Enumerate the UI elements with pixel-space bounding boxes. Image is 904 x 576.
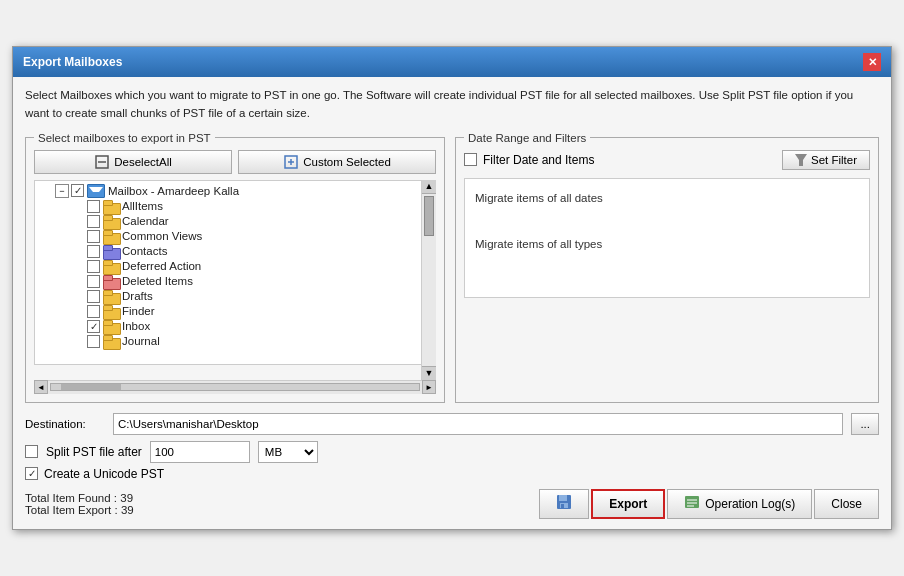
filter-date-label: Filter Date and Items	[483, 153, 594, 167]
tree-check-journal[interactable]	[87, 335, 100, 348]
folder-icon-deferredaction	[103, 260, 119, 273]
list-item: Contacts	[39, 244, 415, 259]
deselect-icon	[94, 154, 110, 170]
total-export-label: Total Item Export :	[25, 504, 118, 516]
tree-check-drafts[interactable]	[87, 290, 100, 303]
filter-row: Filter Date and Items Set Filter	[464, 150, 870, 170]
total-found-label: Total Item Found :	[25, 492, 117, 504]
unicode-pst-label: Create a Unicode PST	[44, 467, 164, 481]
list-item: Calendar	[39, 214, 415, 229]
export-button[interactable]: Export	[591, 489, 665, 519]
bottom-actions-row: Total Item Found : 39 Total Item Export …	[25, 489, 879, 519]
svg-rect-7	[559, 495, 567, 501]
tree-check-calendar[interactable]	[87, 215, 100, 228]
split-pst-row: Split PST file after MB GB	[25, 441, 879, 463]
svg-marker-5	[795, 154, 807, 166]
folder-icon-journal	[103, 335, 119, 348]
bottom-section: Destination: ... Split PST file after MB…	[25, 413, 879, 519]
right-panel: Date Range and Filters Filter Date and I…	[455, 132, 879, 403]
dialog-title: Export Mailboxes	[23, 55, 122, 69]
save-button[interactable]	[539, 489, 589, 519]
vscroll-thumb[interactable]	[424, 196, 434, 236]
title-bar: Export Mailboxes ✕	[13, 47, 891, 77]
left-toolbar: DeselectAll Custom Selected	[34, 150, 436, 174]
tree-container-wrapper: − Mailbox - Amardeep Kalla	[34, 180, 436, 380]
destination-input[interactable]	[113, 413, 843, 435]
mailbox-tree[interactable]: − Mailbox - Amardeep Kalla	[34, 180, 436, 365]
custom-selected-label: Custom Selected	[303, 156, 391, 168]
split-value-input[interactable]	[150, 441, 250, 463]
total-found-value: 39	[120, 492, 133, 504]
filter-funnel-icon	[795, 154, 807, 166]
left-panel-legend: Select mailboxes to export in PST	[34, 132, 215, 144]
svg-rect-9	[561, 504, 564, 508]
export-mailboxes-dialog: Export Mailboxes ✕ Select Mailboxes whic…	[12, 46, 892, 530]
split-pst-checkbox[interactable]	[25, 445, 38, 458]
destination-label: Destination:	[25, 418, 105, 430]
tree-hscroll[interactable]: ◄ ►	[34, 380, 436, 394]
deselect-all-button[interactable]: DeselectAll	[34, 150, 232, 174]
folder-icon-allitems	[103, 200, 119, 213]
save-icon	[556, 494, 572, 513]
mailbox-icon	[87, 184, 105, 198]
tree-check-deferredaction[interactable]	[87, 260, 100, 273]
list-item: Deferred Action	[39, 259, 415, 274]
left-panel: Select mailboxes to export in PST Desele…	[25, 132, 445, 403]
tree-inner: − Mailbox - Amardeep Kalla	[35, 181, 419, 351]
browse-button[interactable]: ...	[851, 413, 879, 435]
tree-vscroll[interactable]: ▲ ▼	[421, 180, 436, 380]
list-item: Inbox	[39, 319, 415, 334]
unicode-pst-checkbox[interactable]	[25, 467, 38, 480]
destination-row: Destination: ...	[25, 413, 879, 435]
list-item: Finder	[39, 304, 415, 319]
hscroll-track[interactable]	[50, 383, 420, 391]
tree-root: − Mailbox - Amardeep Kalla	[39, 183, 415, 199]
folder-icon-drafts	[103, 290, 119, 303]
split-unit-select[interactable]: MB GB	[258, 441, 318, 463]
operation-log-button[interactable]: Operation Log(s)	[667, 489, 812, 519]
action-buttons-group: Export Operation Log(s) Close	[539, 489, 879, 519]
folder-icon-calendar	[103, 215, 119, 228]
list-item: Journal	[39, 334, 415, 349]
deselect-all-label: DeselectAll	[114, 156, 172, 168]
folder-icon-deleteditems	[103, 275, 119, 288]
tree-check-commonviews[interactable]	[87, 230, 100, 243]
tree-check-contacts[interactable]	[87, 245, 100, 258]
oplog-icon	[684, 494, 700, 513]
list-item: Drafts	[39, 289, 415, 304]
close-dialog-button[interactable]: Close	[814, 489, 879, 519]
folder-icon-contacts	[103, 245, 119, 258]
set-filter-button[interactable]: Set Filter	[782, 150, 870, 170]
folder-icon-finder	[103, 305, 119, 318]
tree-check-allitems[interactable]	[87, 200, 100, 213]
filter-date-checkbox[interactable]	[464, 153, 477, 166]
set-filter-label: Set Filter	[811, 154, 857, 166]
folder-icon-commonviews	[103, 230, 119, 243]
list-item: Deleted Items	[39, 274, 415, 289]
tree-check-inbox[interactable]	[87, 320, 100, 333]
custom-select-icon	[283, 154, 299, 170]
vscroll-down[interactable]: ▼	[422, 366, 436, 380]
list-item: Common Views	[39, 229, 415, 244]
tree-check-root[interactable]	[71, 184, 84, 197]
filter-info-line-3: Migrate items of all types	[475, 233, 859, 256]
custom-selected-button[interactable]: Custom Selected	[238, 150, 436, 174]
filter-info-box: Migrate items of all dates Migrate items…	[464, 178, 870, 298]
tree-toggle-root[interactable]: −	[55, 184, 69, 198]
unicode-row: Create a Unicode PST	[25, 467, 879, 481]
total-export-stat: Total Item Export : 39	[25, 504, 539, 516]
list-item: AllItems	[39, 199, 415, 214]
hscroll-left[interactable]: ◄	[34, 380, 48, 394]
folder-icon-inbox	[103, 320, 119, 333]
total-export-value: 39	[121, 504, 134, 516]
hscroll-thumb	[61, 384, 121, 390]
stats-section: Total Item Found : 39 Total Item Export …	[25, 492, 539, 516]
tree-check-deleteditems[interactable]	[87, 275, 100, 288]
operation-log-label: Operation Log(s)	[705, 497, 795, 511]
tree-check-finder[interactable]	[87, 305, 100, 318]
split-pst-label: Split PST file after	[46, 445, 142, 459]
hscroll-right[interactable]: ►	[422, 380, 436, 394]
vscroll-up[interactable]: ▲	[422, 180, 436, 194]
close-window-button[interactable]: ✕	[863, 53, 881, 71]
filter-info-line-1: Migrate items of all dates	[475, 187, 859, 210]
